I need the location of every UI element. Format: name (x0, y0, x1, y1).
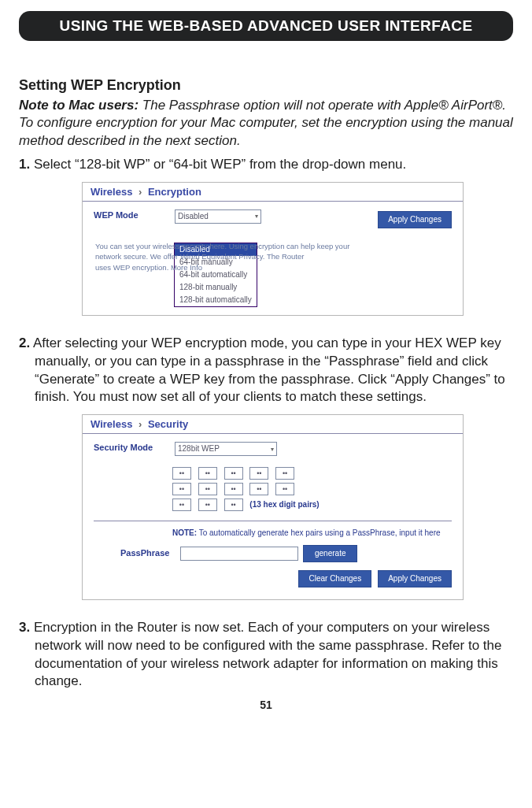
hex-row-3: •• •• •• (13 hex digit pairs) (172, 499, 452, 511)
page-title: USING THE WEB-BASED ADVANCED USER INTERF… (60, 17, 473, 35)
crumb-wireless: Wireless (91, 186, 132, 198)
chevron-down-icon: ▾ (255, 212, 258, 221)
hex-input[interactable]: •• (172, 467, 191, 480)
wep-mode-select[interactable]: Disabled ▾ (175, 209, 261, 224)
wep-mode-label: WEP Mode (94, 209, 168, 221)
step-1: 1. Select “128-bit WP” or “64-bit WEP” f… (19, 156, 513, 174)
breadcrumb: Wireless › Security (83, 415, 463, 434)
step-1-number: 1. (19, 157, 30, 172)
hex-input[interactable]: •• (249, 483, 268, 495)
note-text: To automatically generate hex pairs usin… (199, 528, 441, 537)
chevron-down-icon: ▾ (271, 445, 274, 454)
generate-button[interactable]: generate (303, 545, 357, 562)
option-128-auto[interactable]: 128-bit automatically (175, 294, 257, 306)
help-line3: uses WEP encryption. More Info (95, 263, 202, 272)
hex-input[interactable]: •• (275, 467, 294, 480)
hex-input[interactable]: •• (224, 467, 243, 480)
hex-row-1: •• •• •• •• •• (172, 467, 452, 480)
screenshot-encryption: Wireless › Encryption WEP Mode Disabled … (82, 182, 464, 316)
hex-input[interactable]: •• (249, 467, 268, 480)
wep-mode-value: Disabled (178, 211, 209, 222)
passphrase-label: PassPhrase (120, 547, 175, 559)
step-3: 3. Encryption in the Router is now set. … (19, 619, 513, 691)
hex-input[interactable]: •• (275, 483, 294, 495)
page-title-bar: USING THE WEB-BASED ADVANCED USER INTERF… (19, 11, 513, 41)
step-1-text: Select “128-bit WP” or “64-bit WEP” from… (34, 157, 406, 172)
step-2: 2. After selecting your WEP encryption m… (19, 335, 513, 406)
note-label: NOTE: (172, 528, 197, 537)
security-mode-select[interactable]: 128bit WEP ▾ (175, 442, 277, 456)
hex-input[interactable]: •• (224, 499, 243, 511)
section-heading: Setting WEP Encryption (19, 77, 513, 94)
crumb-sep: › (135, 418, 145, 430)
crumb-security: Security (148, 418, 188, 430)
step-3-text: Encryption in the Router is now set. Eac… (34, 620, 502, 688)
help-line2: network secure. We offer Wired Equivalen… (95, 252, 304, 261)
hex-input[interactable]: •• (172, 499, 191, 511)
security-mode-value: 128bit WEP (178, 443, 220, 454)
apply-changes-button[interactable]: Apply Changes (378, 211, 452, 228)
hex-input[interactable]: •• (172, 483, 191, 495)
help-line1: You can set your wireless security here.… (95, 242, 349, 250)
option-128-manual[interactable]: 128-bit manually (175, 281, 257, 294)
hex-input[interactable]: •• (198, 499, 217, 511)
hex-input[interactable]: •• (198, 483, 217, 495)
hex-input[interactable]: •• (198, 467, 217, 480)
hex-caption: (13 hex digit pairs) (249, 500, 319, 509)
step-2-text: After selecting your WEP encryption mode… (33, 335, 505, 404)
page-number: 51 (19, 699, 513, 711)
crumb-wireless: Wireless (91, 418, 132, 430)
security-mode-label: Security Mode (94, 442, 168, 454)
screenshot-security: Wireless › Security Security Mode 128bit… (82, 414, 464, 600)
apply-changes-button[interactable]: Apply Changes (378, 570, 452, 587)
step-2-number: 2. (19, 335, 30, 350)
breadcrumb: Wireless › Encryption (83, 183, 463, 202)
mac-users-note: Note to Mac users: The Passphrase option… (19, 97, 513, 150)
clear-changes-button[interactable]: Clear Changes (298, 570, 371, 587)
crumb-encryption: Encryption (148, 186, 201, 198)
step-3-number: 3. (19, 620, 30, 635)
crumb-sep: › (135, 186, 145, 198)
hex-input[interactable]: •• (224, 483, 243, 495)
passphrase-input[interactable] (180, 547, 298, 561)
mac-note-lead: Note to Mac users: (19, 98, 139, 113)
hex-row-2: •• •• •• •• •• (172, 483, 452, 495)
